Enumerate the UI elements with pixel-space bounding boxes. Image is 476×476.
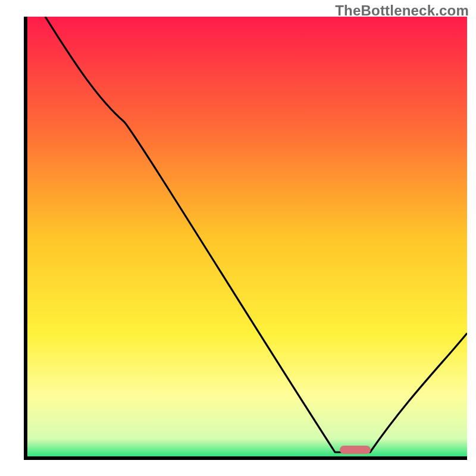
optimal-range-marker	[340, 446, 371, 454]
chart-container: TheBottleneck.com	[0, 0, 476, 476]
plot-area	[24, 17, 467, 460]
bottleneck-curve	[27, 17, 467, 456]
